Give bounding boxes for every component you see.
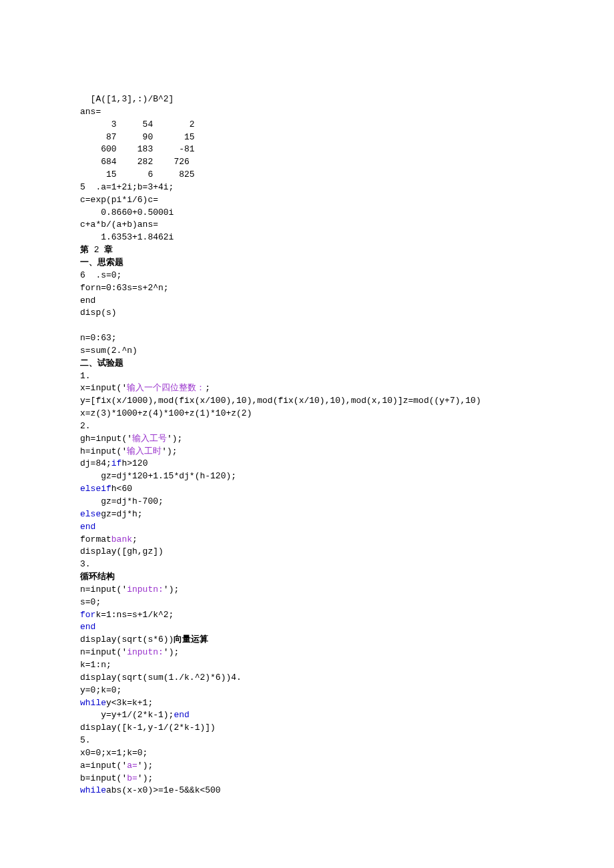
code-line: k=1:n;	[80, 659, 554, 672]
text-segment: else	[80, 509, 101, 519]
code-line: y=y+1/(2*k-1);end	[80, 709, 554, 722]
text-segment: 1.	[80, 371, 91, 381]
text-segment: ');	[137, 773, 153, 783]
code-line: 3.	[80, 558, 554, 571]
text-segment: n=input('	[80, 647, 127, 657]
code-line: end	[80, 521, 554, 534]
text-segment: 87 90 15	[80, 132, 195, 142]
text-segment: 输入工时	[127, 446, 162, 456]
text-segment: 6 .s=0;	[80, 270, 121, 280]
text-segment: h<60	[111, 484, 132, 494]
code-line: 一、思索题	[80, 257, 554, 270]
text-segment: ');	[167, 434, 182, 444]
code-line: 5.	[80, 735, 554, 747]
text-segment: ');	[162, 446, 177, 456]
code-line: 1.6353+1.8462i	[80, 232, 554, 244]
code-line: c=exp(pi*i/6)c=	[80, 194, 554, 207]
code-line: 循环结构	[80, 571, 554, 584]
code-line: n=input('inputn:');	[80, 646, 554, 659]
text-segment: 第	[80, 245, 89, 255]
code-line: 684 282 726	[80, 156, 554, 169]
document-page: [A([1,3],:)/B^2]ans= 3 54 2 87 90 15 600…	[0, 0, 614, 837]
code-line: whiley<3k=k+1;	[80, 697, 554, 710]
text-segment: 684 282 726	[80, 157, 190, 167]
text-segment: 0.8660+0.5000i	[80, 207, 174, 218]
text-segment: 3 54 2	[80, 119, 195, 129]
code-line: 2.	[80, 420, 554, 433]
text-segment: while	[80, 698, 106, 708]
text-segment: for	[80, 610, 95, 620]
code-line: 6 .s=0;	[80, 270, 554, 282]
text-segment: k=1:n;	[80, 660, 111, 670]
text-segment: x0=0;x=1;k=0;	[80, 748, 147, 758]
text-segment: bank	[111, 534, 132, 544]
text-segment: 5 .a=1+2i;b=3+4i;	[80, 182, 174, 192]
code-line: 600 183 -81	[80, 143, 554, 156]
code-line: 15 6 825	[80, 169, 554, 181]
text-segment: 章	[104, 245, 113, 255]
text-segment: ;	[205, 383, 210, 393]
text-segment: s=0;	[80, 597, 101, 607]
text-segment: inputn:	[127, 647, 164, 657]
code-line: 二、试验题	[80, 358, 554, 370]
code-line: y=[fix(x/1000),mod(fix(x/100),10),mod(fi…	[80, 395, 554, 408]
text-segment: gz=dj*120+1.15*dj*(h-120);	[80, 471, 236, 481]
code-line: a=input('a=');	[80, 760, 554, 773]
text-segment: c+a*b/(a+b)ans=	[80, 220, 158, 230]
code-line: disp(s)	[80, 307, 554, 320]
text-segment: 一、思索题	[80, 258, 123, 268]
text-segment: 15 6 825	[80, 169, 195, 179]
code-line: gz=dj*120+1.15*dj*(h-120);	[80, 470, 554, 483]
text-segment: ');	[164, 647, 179, 657]
code-line: s=0;	[80, 596, 554, 609]
text-segment: format	[80, 534, 111, 544]
text-segment: forn=0:63s=s+2^n;	[80, 283, 169, 293]
text-segment: h=input('	[80, 446, 127, 456]
code-line: n=input('inputn:');	[80, 584, 554, 596]
text-segment: b=	[127, 773, 137, 783]
code-line: formatbank;	[80, 534, 554, 546]
code-line: end	[80, 295, 554, 308]
text-segment: s=sum(2.^n)	[80, 346, 137, 356]
text-segment: if	[111, 458, 122, 468]
code-line: elseifh<60	[80, 483, 554, 496]
text-segment: ');	[137, 761, 153, 771]
text-segment: 3.	[80, 559, 91, 569]
text-segment: inputn:	[127, 584, 164, 594]
text-segment: 1.6353+1.8462i	[80, 232, 174, 242]
text-segment: [A([1,3],:)/B^2]	[80, 94, 174, 104]
text-segment: y=0;k=0;	[80, 685, 121, 695]
text-segment: end	[80, 296, 95, 306]
text-segment: dj=84;	[80, 458, 111, 468]
code-line: s=sum(2.^n)	[80, 345, 554, 358]
code-line: display([gh,gz])	[80, 546, 554, 558]
text-segment: n=input('	[80, 584, 127, 594]
text-segment: abs(x-x0)>=1e-5&&k<500	[106, 785, 221, 795]
code-line: ans=	[80, 106, 554, 119]
code-line	[80, 320, 554, 332]
text-segment: 5.	[80, 735, 91, 745]
text-segment: end	[80, 522, 95, 532]
text-segment: a=input('	[80, 761, 127, 771]
text-segment: y=y+1/(2*k-1);	[80, 710, 174, 720]
text-segment: a=	[127, 761, 137, 771]
code-line: h=input('输入工时');	[80, 446, 554, 458]
code-line: 87 90 15	[80, 131, 554, 144]
text-segment: display(sqrt(sum(1./k.^2)*6))4.	[80, 673, 242, 683]
code-line: whileabs(x-x0)>=1e-5&&k<500	[80, 785, 554, 797]
code-line: display([k-1,y-1/(2*k-1)])	[80, 722, 554, 735]
code-line: 1.	[80, 370, 554, 383]
text-segment: display([gh,gz])	[80, 546, 164, 556]
text-segment: 2.	[80, 421, 91, 431]
text-segment: ans=	[80, 107, 101, 117]
code-line: [A([1,3],:)/B^2]	[80, 93, 554, 106]
text-segment: display(sqrt(s*6))	[80, 634, 174, 644]
text-segment: n=0:63;	[80, 333, 117, 343]
text-segment: x=z(3)*1000+z(4)*100+z(1)*10+z(2)	[80, 408, 252, 418]
code-line: x0=0;x=1;k=0;	[80, 747, 554, 760]
text-segment: gz=dj*h-700;	[80, 496, 164, 506]
code-line: y=0;k=0;	[80, 685, 554, 697]
code-line: b=input('b=');	[80, 773, 554, 785]
code-line: 0.8660+0.5000i	[80, 207, 554, 220]
code-line: gz=dj*h-700;	[80, 496, 554, 508]
